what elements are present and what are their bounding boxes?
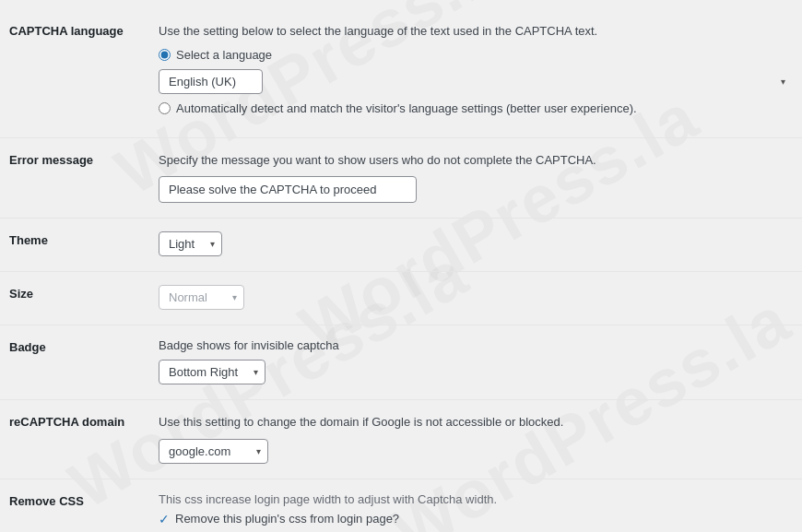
remove-css-row: Remove CSS This css increase login page …: [0, 479, 802, 532]
radio-select-language-label: Select a language: [176, 48, 272, 62]
size-label: Size: [0, 272, 149, 325]
size-content: Normal Compact ▾: [149, 272, 802, 325]
theme-select[interactable]: Light Dark: [159, 231, 222, 256]
remove-css-checkbox-label: Remove this plugin's css from login page…: [175, 512, 399, 526]
captcha-language-row: CAPTCHA language Use the setting below t…: [0, 9, 802, 137]
recaptcha-domain-select[interactable]: google.com recaptcha.net: [159, 439, 268, 464]
theme-content: Light Dark ▾: [149, 219, 802, 272]
remove-css-checkmark: ✓: [159, 512, 170, 526]
language-select[interactable]: English (UK) English (US) French German …: [159, 69, 263, 94]
error-message-label: Error message: [0, 137, 149, 219]
size-select[interactable]: Normal Compact: [159, 285, 244, 310]
captcha-language-description: Use the setting below to select the lang…: [159, 22, 793, 41]
recaptcha-domain-description: Use this setting to change the domain if…: [159, 413, 793, 432]
language-select-arrow: ▾: [781, 77, 785, 87]
radio-auto-detect[interactable]: Automatically detect and match the visit…: [159, 101, 793, 115]
radio-auto-detect-input[interactable]: [159, 102, 171, 114]
badge-select[interactable]: Bottom Right Bottom Left Inline: [159, 360, 265, 384]
error-message-row: Error message Specify the message you wa…: [0, 137, 802, 219]
remove-css-content: This css increase login page width to ad…: [149, 479, 802, 532]
remove-css-checkbox-row: ✓ Remove this plugin's css from login pa…: [159, 512, 793, 526]
recaptcha-domain-content: Use this setting to change the domain if…: [149, 400, 802, 479]
error-message-description: Specify the message you want to show use…: [159, 151, 793, 170]
badge-label: Badge: [0, 325, 149, 400]
error-message-input[interactable]: [159, 176, 417, 203]
recaptcha-domain-select-wrapper: google.com recaptcha.net ▾: [159, 439, 268, 464]
error-message-content: Specify the message you want to show use…: [149, 137, 802, 219]
language-select-wrapper: English (UK) English (US) French German …: [159, 69, 793, 94]
captcha-language-radio-group: Select a language English (UK) English (…: [159, 48, 793, 115]
radio-select-language-input[interactable]: [159, 49, 171, 61]
badge-content: Badge shows for invisible captcha Bottom…: [149, 325, 802, 400]
size-select-wrapper: Normal Compact ▾: [159, 285, 244, 310]
settings-page: CAPTCHA language Use the setting below t…: [0, 0, 802, 532]
badge-select-wrapper: Bottom Right Bottom Left Inline ▾: [159, 360, 265, 384]
badge-row: Badge Badge shows for invisible captcha …: [0, 325, 802, 400]
captcha-language-label: CAPTCHA language: [0, 9, 149, 137]
settings-table: CAPTCHA language Use the setting below t…: [0, 9, 802, 532]
size-row: Size Normal Compact ▾: [0, 272, 802, 325]
theme-label: Theme: [0, 219, 149, 272]
badge-info-text: Badge shows for invisible captcha: [159, 338, 793, 352]
radio-select-language[interactable]: Select a language: [159, 48, 793, 62]
theme-row: Theme Light Dark ▾: [0, 219, 802, 272]
captcha-language-content: Use the setting below to select the lang…: [149, 9, 802, 137]
recaptcha-domain-label: reCAPTCHA domain: [0, 400, 149, 479]
theme-select-wrapper: Light Dark ▾: [159, 231, 222, 256]
radio-auto-detect-label: Automatically detect and match the visit…: [176, 101, 637, 115]
remove-css-description: This css increase login page width to ad…: [159, 492, 793, 506]
remove-css-label: Remove CSS: [0, 479, 149, 532]
recaptcha-domain-row: reCAPTCHA domain Use this setting to cha…: [0, 400, 802, 479]
